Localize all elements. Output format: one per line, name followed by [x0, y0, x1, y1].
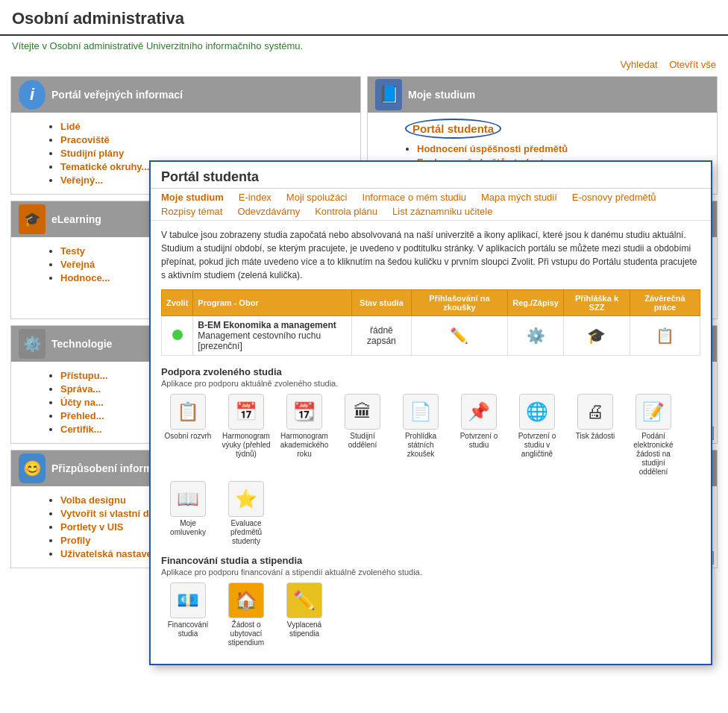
link-studijni-plany[interactable]: Studijní plány: [60, 148, 124, 159]
td-prihlasovani[interactable]: ✏️: [411, 316, 508, 356]
link-lide[interactable]: Lidé: [60, 121, 81, 132]
app-icon-tisk: 🖨: [577, 394, 613, 430]
td-zaverecna[interactable]: 📋: [630, 316, 700, 356]
app-label-harm-vyuky: Harmonogram výuky (přehled týdnů): [219, 432, 273, 459]
app-zadost[interactable]: 🏠 Žádost o ubytovací stipendium: [219, 582, 273, 647]
app-label-zadost: Žádost o ubytovací stipendium: [219, 621, 273, 647]
portal-studenta-link[interactable]: Portál studenta: [405, 122, 501, 135]
support-section-title: Podpora zvoleného studia: [161, 366, 700, 377]
link-prehled[interactable]: Přehled...: [60, 410, 104, 421]
link-pristup[interactable]: Přístupu...: [60, 370, 108, 381]
app-icon-zadost: 🏠: [228, 582, 264, 618]
portlet-public-header: i Portál veřejných informací: [11, 77, 360, 113]
elearning-icon: 🎓: [19, 206, 46, 233]
nav-list[interactable]: List záznamniku učitele: [392, 206, 492, 217]
page-subtitle: Vítejte v Osobní administrativě Univerzi…: [12, 40, 303, 51]
link-hodnoce[interactable]: Hodnoce...: [60, 272, 110, 283]
link-ucty[interactable]: Účty na...: [60, 397, 104, 408]
link-verejna[interactable]: Veřejná: [60, 259, 95, 270]
td-stav: řádně zapsán: [352, 316, 412, 356]
popup-header: Portál studenta: [151, 162, 711, 189]
app-prohlidka[interactable]: 📄 Prohlídka státních zkoušek: [394, 394, 448, 477]
study-icon: 📘: [375, 81, 402, 108]
app-icon-prohlidka: 📄: [403, 394, 439, 430]
app-icon-evaluace: ⭐: [228, 481, 264, 517]
app-label-podani: Podání elektronické žádosti na studijní …: [627, 432, 680, 477]
app-potvrzeni-en[interactable]: 🌐 Potvrzení o studiu v angličtině: [510, 394, 564, 477]
program-obor: Management cestovního ruchu [prezenční]: [198, 330, 347, 351]
app-label-prohlidka: Prohlídka státních zkoušek: [394, 432, 448, 459]
link-portlety[interactable]: Portlety v UIS: [60, 521, 124, 533]
portlet-study-title: Moje studium: [408, 89, 475, 101]
link-tematicke[interactable]: Tematické okruhy...: [60, 161, 149, 172]
nav-informace[interactable]: Informace o mém studiu: [363, 192, 466, 203]
link-certifik[interactable]: Certifik...: [60, 424, 102, 435]
open-all-link[interactable]: Otevřít vše: [669, 59, 716, 70]
study-book-icon: 📘: [375, 79, 402, 110]
app-icon-omluvenky: 📖: [170, 481, 206, 517]
app-evaluace[interactable]: ⭐ Evaluace předmětů studenty: [219, 481, 273, 546]
nav-mapa[interactable]: Mapa mých studií: [481, 192, 557, 203]
nav-eindex[interactable]: E-index: [239, 192, 272, 203]
list-item: Pracoviště: [60, 134, 351, 145]
app-potvrzeni[interactable]: 📌 Potvrzení o studiu: [452, 394, 506, 477]
app-label-tisk: Tisk žádosti: [576, 432, 615, 441]
top-links: Vyhledat Otevřít vše: [0, 56, 728, 73]
app-tisk[interactable]: 🖨 Tisk žádosti: [568, 394, 622, 477]
app-label-omluvenky: Moje omluvenky: [161, 519, 215, 537]
app-icon-vyplacena: ✏️: [286, 582, 322, 618]
nav-kontrola[interactable]: Kontrola plánu: [315, 206, 377, 217]
app-icon-potvrzeni: 📌: [461, 394, 497, 430]
app-label-osobni: Osobní rozvrh: [165, 432, 212, 441]
app-icon-potvrzeni-en: 🌐: [519, 394, 555, 430]
search-link[interactable]: Vyhledat: [620, 59, 657, 70]
app-osobni-rozvrh[interactable]: 📋 Osobní rozvrh: [161, 394, 215, 477]
finance-apps: 💶 Financování studia 🏠 Žádost o ubytovac…: [161, 582, 700, 647]
app-icon-harm-roku: 📆: [286, 394, 322, 430]
nav-odevzdavarny[interactable]: Odevzdávárny: [237, 206, 300, 217]
app-financovani[interactable]: 💶 Financování studia: [161, 582, 215, 647]
link-pracoviste[interactable]: Pracoviště: [60, 134, 110, 145]
nav-rozpisy[interactable]: Rozpisy témat: [161, 206, 222, 217]
page-title: Osobní administrativa: [12, 9, 716, 28]
link-volba-designu[interactable]: Volba designu: [60, 494, 126, 506]
app-studijni-oddeleni[interactable]: 🏛 Studijní oddělení: [336, 394, 389, 477]
app-label-vyplacena: Vyplacená stipendia: [277, 621, 331, 638]
portal-studenta-circled: Portál studenta: [405, 119, 501, 139]
app-vyplacena[interactable]: ✏️ Vyplacená stipendia: [277, 582, 331, 647]
th-reg: Reg./Zápisy: [508, 290, 564, 316]
link-profily[interactable]: Profily: [60, 535, 90, 546]
link-uzivatelska[interactable]: Uživatelská nastavení: [60, 548, 160, 559]
popup-title: Portál studenta: [161, 169, 259, 184]
link-testy[interactable]: Testy: [60, 245, 85, 257]
td-prihlaška[interactable]: 🎓: [564, 316, 630, 356]
app-label-studijni: Studijní oddělení: [336, 432, 389, 450]
nav-spoluzaci[interactable]: Moji spolužáci: [286, 192, 348, 203]
th-program: Program - Obor: [193, 290, 352, 316]
app-harmonogram-vyuky[interactable]: 📅 Harmonogram výuky (přehled týdnů): [219, 394, 273, 477]
link-verejny[interactable]: Veřejný...: [60, 175, 103, 186]
app-harmonogram-roku[interactable]: 📆 Harmonogram akademického roku: [277, 394, 331, 477]
popup-nav: Moje studium E-index Moji spolužáci Info…: [151, 189, 711, 221]
app-label-evaluace: Evaluace předmětů studenty: [219, 519, 273, 546]
green-dot-icon: [172, 330, 183, 340]
nav-moje-studium[interactable]: Moje studium: [161, 192, 224, 203]
finance-section-title: Financování studia a stipendia: [161, 555, 700, 566]
app-icon-studijni: 🏛: [345, 394, 380, 430]
app-label-potvrzeni: Potvrzení o studiu: [452, 432, 506, 450]
list-item: Lidé: [60, 121, 351, 132]
list-item: Studijní plány: [60, 148, 351, 159]
th-zaverecna: Závěrečná práce: [630, 290, 700, 316]
app-omluvenky[interactable]: 📖 Moje omluvenky: [161, 481, 215, 546]
app-icon-harm-vyuky: 📅: [228, 394, 264, 430]
td-reg[interactable]: ⚙️: [508, 316, 564, 356]
td-program: B-EM Ekonomika a management Management c…: [193, 316, 352, 356]
popup-body: V tabulce jsou zobrazeny studia započatá…: [151, 221, 711, 664]
table-row: B-EM Ekonomika a management Management c…: [162, 316, 700, 356]
nav-osnovy[interactable]: E-osnovy předmětů: [572, 192, 656, 203]
portlet-elearning-title: eLearning: [51, 213, 101, 225]
link-sprava[interactable]: Správa...: [60, 383, 101, 395]
popup-description: V tabulce jsou zobrazeny studia započatá…: [161, 228, 700, 282]
link-hodnoceni[interactable]: Hodnocení úspěšnosti předmětů: [417, 143, 568, 154]
app-podani[interactable]: 📝 Podání elektronické žádosti na studijn…: [627, 394, 680, 477]
